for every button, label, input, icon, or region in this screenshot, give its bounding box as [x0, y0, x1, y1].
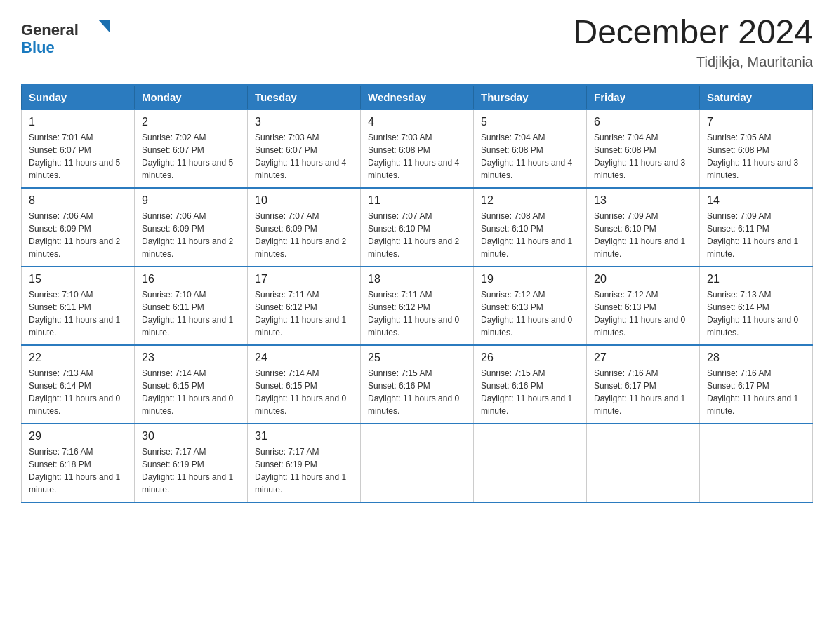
- day-number: 4: [368, 116, 466, 128]
- day-number: 5: [481, 116, 579, 128]
- day-number: 16: [142, 273, 240, 286]
- daylight-label: Daylight: 11 hours and 0 minutes.: [142, 394, 233, 416]
- day-info: Sunrise: 7:06 AM Sunset: 6:09 PM Dayligh…: [29, 210, 127, 260]
- day-info: Sunrise: 7:16 AM Sunset: 6:17 PM Dayligh…: [594, 367, 692, 417]
- svg-text:General: General: [21, 21, 79, 39]
- calendar-cell: 20 Sunrise: 7:12 AM Sunset: 6:13 PM Dayl…: [587, 267, 700, 345]
- sunrise-label: Sunrise: 7:03 AM: [368, 133, 432, 142]
- calendar-cell: 19 Sunrise: 7:12 AM Sunset: 6:13 PM Dayl…: [474, 267, 587, 345]
- calendar-week-row: 29 Sunrise: 7:16 AM Sunset: 6:18 PM Dayl…: [22, 424, 813, 502]
- day-number: 24: [255, 351, 353, 364]
- day-number: 21: [707, 273, 805, 286]
- day-number: 6: [594, 116, 692, 128]
- calendar-cell: 14 Sunrise: 7:09 AM Sunset: 6:11 PM Dayl…: [700, 188, 813, 267]
- calendar-cell: 15 Sunrise: 7:10 AM Sunset: 6:11 PM Dayl…: [22, 267, 135, 345]
- calendar-cell: 28 Sunrise: 7:16 AM Sunset: 6:17 PM Dayl…: [700, 345, 813, 424]
- sunset-label: Sunset: 6:11 PM: [142, 302, 204, 312]
- calendar-cell: 16 Sunrise: 7:10 AM Sunset: 6:11 PM Dayl…: [135, 267, 248, 345]
- daylight-label: Daylight: 11 hours and 5 minutes.: [142, 158, 233, 180]
- sunset-label: Sunset: 6:14 PM: [707, 302, 769, 312]
- day-number: 9: [142, 194, 240, 207]
- sunset-label: Sunset: 6:15 PM: [142, 381, 204, 391]
- calendar-cell: 4 Sunrise: 7:03 AM Sunset: 6:08 PM Dayli…: [361, 109, 474, 188]
- day-number: 20: [594, 273, 692, 286]
- calendar-cell: 2 Sunrise: 7:02 AM Sunset: 6:07 PM Dayli…: [135, 109, 248, 188]
- calendar-cell: 7 Sunrise: 7:05 AM Sunset: 6:08 PM Dayli…: [700, 109, 813, 188]
- daylight-label: Daylight: 11 hours and 0 minutes.: [594, 315, 685, 337]
- col-monday: Monday: [135, 85, 248, 109]
- day-info: Sunrise: 7:11 AM Sunset: 6:12 PM Dayligh…: [255, 288, 353, 339]
- sunrise-label: Sunrise: 7:13 AM: [707, 290, 771, 300]
- calendar-cell: 10 Sunrise: 7:07 AM Sunset: 6:09 PM Dayl…: [248, 188, 361, 267]
- sunrise-label: Sunrise: 7:09 AM: [707, 211, 771, 221]
- daylight-label: Daylight: 11 hours and 3 minutes.: [594, 158, 685, 180]
- sunrise-label: Sunrise: 7:09 AM: [594, 211, 658, 221]
- day-number: 11: [368, 194, 466, 207]
- sunset-label: Sunset: 6:09 PM: [255, 224, 317, 234]
- sunrise-label: Sunrise: 7:12 AM: [594, 290, 658, 300]
- day-number: 2: [142, 116, 240, 128]
- sunrise-label: Sunrise: 7:05 AM: [707, 133, 771, 142]
- daylight-label: Daylight: 11 hours and 4 minutes.: [368, 158, 459, 180]
- day-info: Sunrise: 7:07 AM Sunset: 6:10 PM Dayligh…: [368, 210, 466, 260]
- svg-text:Blue: Blue: [21, 39, 55, 56]
- calendar-cell: 3 Sunrise: 7:03 AM Sunset: 6:07 PM Dayli…: [248, 109, 361, 188]
- sunrise-label: Sunrise: 7:04 AM: [594, 133, 658, 142]
- day-info: Sunrise: 7:14 AM Sunset: 6:15 PM Dayligh…: [255, 367, 353, 417]
- calendar-cell: 8 Sunrise: 7:06 AM Sunset: 6:09 PM Dayli…: [22, 188, 135, 267]
- sunrise-label: Sunrise: 7:16 AM: [707, 368, 771, 378]
- sunset-label: Sunset: 6:08 PM: [707, 145, 769, 155]
- calendar-cell: 21 Sunrise: 7:13 AM Sunset: 6:14 PM Dayl…: [700, 267, 813, 345]
- calendar-cell: 22 Sunrise: 7:13 AM Sunset: 6:14 PM Dayl…: [22, 345, 135, 424]
- day-number: 8: [29, 194, 127, 207]
- day-info: Sunrise: 7:08 AM Sunset: 6:10 PM Dayligh…: [481, 210, 579, 260]
- calendar-cell: 27 Sunrise: 7:16 AM Sunset: 6:17 PM Dayl…: [587, 345, 700, 424]
- calendar-cell: 1 Sunrise: 7:01 AM Sunset: 6:07 PM Dayli…: [22, 109, 135, 188]
- daylight-label: Daylight: 11 hours and 1 minute.: [255, 315, 346, 337]
- sunset-label: Sunset: 6:14 PM: [29, 381, 91, 391]
- sunset-label: Sunset: 6:18 PM: [29, 459, 91, 469]
- svg-marker-1: [98, 20, 110, 32]
- calendar-cell: 31 Sunrise: 7:17 AM Sunset: 6:19 PM Dayl…: [248, 424, 361, 502]
- day-info: Sunrise: 7:17 AM Sunset: 6:19 PM Dayligh…: [142, 445, 240, 496]
- sunset-label: Sunset: 6:07 PM: [142, 145, 204, 155]
- calendar-cell: 11 Sunrise: 7:07 AM Sunset: 6:10 PM Dayl…: [361, 188, 474, 267]
- day-number: 14: [707, 194, 805, 207]
- daylight-label: Daylight: 11 hours and 2 minutes.: [29, 236, 120, 259]
- calendar-cell: [587, 424, 700, 502]
- sunset-label: Sunset: 6:10 PM: [594, 224, 656, 234]
- col-friday: Friday: [587, 85, 700, 109]
- sunrise-label: Sunrise: 7:13 AM: [29, 368, 93, 378]
- day-info: Sunrise: 7:04 AM Sunset: 6:08 PM Dayligh…: [594, 131, 692, 182]
- day-info: Sunrise: 7:14 AM Sunset: 6:15 PM Dayligh…: [142, 367, 240, 417]
- daylight-label: Daylight: 11 hours and 1 minute.: [707, 394, 798, 416]
- logo: General Blue: [21, 14, 112, 60]
- sunset-label: Sunset: 6:12 PM: [255, 302, 317, 312]
- logo-svg: General Blue: [21, 14, 112, 60]
- day-number: 22: [29, 351, 127, 364]
- daylight-label: Daylight: 11 hours and 1 minute.: [255, 472, 346, 495]
- sunrise-label: Sunrise: 7:08 AM: [481, 211, 545, 221]
- page-subtitle: Tidjikja, Mauritania: [573, 54, 813, 70]
- daylight-label: Daylight: 11 hours and 4 minutes.: [481, 158, 572, 180]
- daylight-label: Daylight: 11 hours and 1 minute.: [594, 394, 685, 416]
- calendar-cell: 24 Sunrise: 7:14 AM Sunset: 6:15 PM Dayl…: [248, 345, 361, 424]
- sunset-label: Sunset: 6:08 PM: [368, 145, 430, 155]
- sunrise-label: Sunrise: 7:06 AM: [29, 211, 93, 221]
- sunrise-label: Sunrise: 7:10 AM: [29, 290, 93, 300]
- day-number: 3: [255, 116, 353, 128]
- day-info: Sunrise: 7:15 AM Sunset: 6:16 PM Dayligh…: [481, 367, 579, 417]
- day-number: 29: [29, 430, 127, 443]
- calendar-week-row: 22 Sunrise: 7:13 AM Sunset: 6:14 PM Dayl…: [22, 345, 813, 424]
- sunrise-label: Sunrise: 7:14 AM: [142, 368, 206, 378]
- calendar-cell: 5 Sunrise: 7:04 AM Sunset: 6:08 PM Dayli…: [474, 109, 587, 188]
- day-number: 19: [481, 273, 579, 286]
- sunset-label: Sunset: 6:17 PM: [594, 381, 656, 391]
- sunset-label: Sunset: 6:07 PM: [255, 145, 317, 155]
- daylight-label: Daylight: 11 hours and 1 minute.: [481, 394, 572, 416]
- calendar-week-row: 15 Sunrise: 7:10 AM Sunset: 6:11 PM Dayl…: [22, 267, 813, 345]
- calendar-cell: [700, 424, 813, 502]
- sunset-label: Sunset: 6:17 PM: [707, 381, 769, 391]
- day-info: Sunrise: 7:03 AM Sunset: 6:08 PM Dayligh…: [368, 131, 466, 182]
- col-saturday: Saturday: [700, 85, 813, 109]
